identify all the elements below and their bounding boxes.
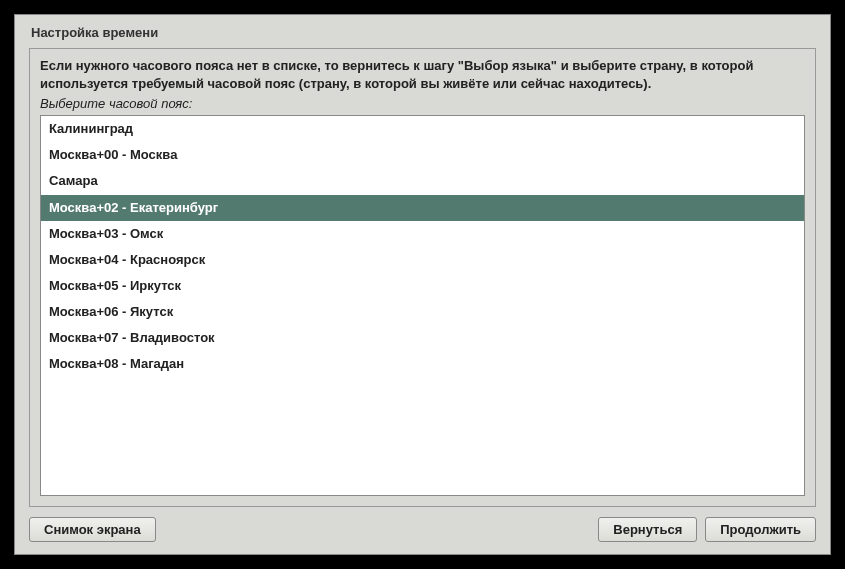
spacer	[164, 517, 591, 542]
timezone-dialog: Настройка времени Если нужного часового …	[14, 14, 831, 555]
content-area: Если нужного часового пояса нет в списке…	[29, 48, 816, 507]
dialog-title: Настройка времени	[15, 15, 830, 48]
list-item[interactable]: Москва+06 - Якутск	[41, 299, 804, 325]
button-bar: Снимок экрана Вернуться Продолжить	[15, 507, 830, 554]
list-item[interactable]: Самара	[41, 168, 804, 194]
timezone-listbox[interactable]: Калининград Москва+00 - Москва Самара Мо…	[40, 115, 805, 496]
list-item[interactable]: Калининград	[41, 116, 804, 142]
list-item[interactable]: Москва+08 - Магадан	[41, 351, 804, 377]
instruction-text: Если нужного часового пояса нет в списке…	[40, 57, 805, 92]
list-item[interactable]: Москва+05 - Иркутск	[41, 273, 804, 299]
prompt-text: Выберите часовой пояс:	[40, 96, 805, 111]
list-item[interactable]: Москва+07 - Владивосток	[41, 325, 804, 351]
screenshot-button[interactable]: Снимок экрана	[29, 517, 156, 542]
back-button[interactable]: Вернуться	[598, 517, 697, 542]
continue-button[interactable]: Продолжить	[705, 517, 816, 542]
list-item-selected[interactable]: Москва+02 - Екатеринбург	[41, 195, 804, 221]
list-item[interactable]: Москва+03 - Омск	[41, 221, 804, 247]
list-item[interactable]: Москва+04 - Красноярск	[41, 247, 804, 273]
list-item[interactable]: Москва+00 - Москва	[41, 142, 804, 168]
